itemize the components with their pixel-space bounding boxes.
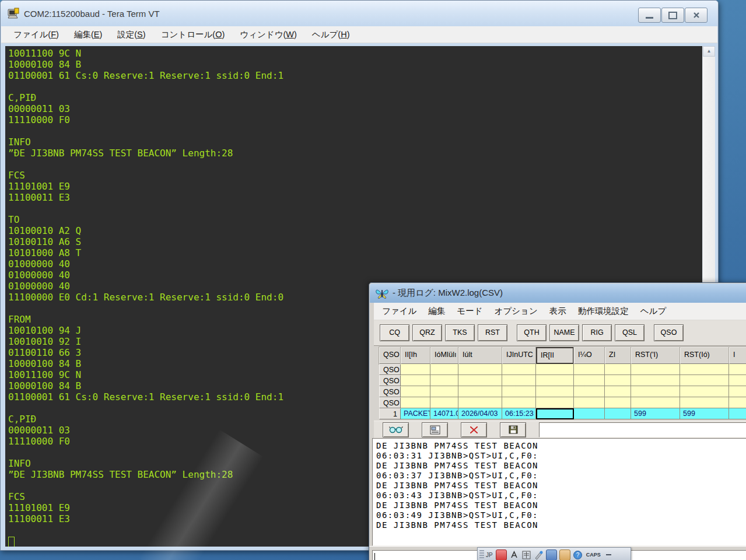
teraterm-app-icon xyxy=(8,8,19,19)
qso-card-button[interactable] xyxy=(422,422,448,438)
column-header[interactable]: I¼O xyxy=(574,347,605,364)
row-header[interactable]: QSO xyxy=(379,397,401,408)
cell-rst-rcvd[interactable]: 599 xyxy=(680,408,729,419)
row-header[interactable]: QSO xyxy=(379,364,401,375)
cell-time-utc[interactable]: 06:15:23 xyxy=(502,408,536,419)
cell-frequency[interactable]: 14071.0 xyxy=(430,408,458,419)
minimize-button[interactable] xyxy=(638,8,661,23)
column-header[interactable]: RST('I) xyxy=(631,347,680,364)
log-empty-row: QSO xyxy=(379,397,746,408)
teraterm-titlebar[interactable]: COM2:115200baud - Tera Term VT xyxy=(1,1,718,26)
ime-pen-tools-icon[interactable] xyxy=(534,550,544,560)
mixw-window-title: - 現用ログ: MixW2.log(CSV) xyxy=(393,288,503,299)
log-table: QSO II[Ih IóMIülı Iúlt IJInUTC IR[II I¼O… xyxy=(379,347,746,419)
rx-text: DE JI3BNB PM74SS TEST BEACON 06:03:31 JI… xyxy=(373,439,746,530)
macro-button-qrz[interactable]: QRZ xyxy=(412,324,442,341)
ime-props-icon[interactable] xyxy=(559,550,570,560)
mixw-menu-help[interactable]: ヘルプ xyxy=(635,303,673,319)
close-button[interactable] xyxy=(685,8,708,23)
close-icon xyxy=(693,12,700,19)
language-bar-minimize-icon[interactable] xyxy=(606,554,611,555)
glasses-icon xyxy=(389,426,403,433)
column-header[interactable]: ZI xyxy=(605,347,631,364)
column-header[interactable]: IJInUTC xyxy=(502,347,536,364)
mixw-menu-file[interactable]: ファイル xyxy=(376,303,422,319)
mixw-macro-toolbar: CQ QRZ TKS RST QTH NAME RIG QSL QSO xyxy=(374,320,746,346)
macro-button-qsl[interactable]: QSL xyxy=(615,324,645,341)
log-empty-row: QSO xyxy=(379,386,746,397)
macro-button-name[interactable]: NAME xyxy=(549,324,579,341)
rx-window[interactable]: DE JI3BNB PM74SS TEST BEACON 06:03:31 JI… xyxy=(372,438,746,546)
menu-control[interactable]: コントロール(O) xyxy=(153,27,233,43)
macro-button-rig[interactable]: RIG xyxy=(582,324,612,341)
terminal-cursor xyxy=(8,537,15,547)
column-header[interactable]: Iúlt xyxy=(458,347,502,364)
mixw-menubar: ファイル 編集 モード オプション 表示 動作環境設定 ヘルプ xyxy=(374,303,746,320)
cell-callsign-selected[interactable] xyxy=(536,408,574,419)
macro-button-cq[interactable]: CQ xyxy=(380,324,409,341)
column-header[interactable]: II[Ih xyxy=(401,347,430,364)
log-current-row: 1 PACKET 14071.0 2026/04/03 06:15:23 599… xyxy=(379,408,746,419)
ime-language-label[interactable]: JP xyxy=(486,552,493,558)
save-record-button[interactable] xyxy=(500,422,526,438)
svg-text:?: ? xyxy=(576,552,579,558)
menu-edit[interactable]: 編集(E) xyxy=(66,27,110,43)
view-log-button[interactable] xyxy=(383,422,409,438)
row-header[interactable]: QSO xyxy=(379,375,401,386)
mixw-butterfly-icon xyxy=(376,288,388,299)
delete-record-button[interactable] xyxy=(461,422,487,438)
tx-caret xyxy=(374,553,375,560)
mixw-menu-options[interactable]: オプション xyxy=(489,303,544,319)
row-header[interactable]: QSO xyxy=(379,386,401,397)
ime-language-bar[interactable]: JP ? CAPS xyxy=(477,547,631,560)
mixw-menu-mode[interactable]: モード xyxy=(451,303,488,319)
teraterm-window-title: COM2:115200baud - Tera Term VT xyxy=(24,9,160,19)
cell-mode[interactable]: PACKET xyxy=(401,408,430,419)
drag-grip-icon[interactable] xyxy=(479,550,484,559)
callsign-search-input[interactable] xyxy=(539,422,746,438)
log-empty-row: QSO xyxy=(379,364,746,375)
minimize-icon xyxy=(646,17,653,19)
ime-dictionary-icon[interactable] xyxy=(546,550,557,560)
column-header[interactable]: RST(Ió) xyxy=(680,347,729,364)
maximize-icon xyxy=(668,12,677,19)
caps-indicator[interactable]: CAPS xyxy=(586,552,601,558)
mixw-menu-view[interactable]: 表示 xyxy=(544,303,572,319)
menu-window[interactable]: ウィンドウ(W) xyxy=(232,27,304,43)
ime-conversion-icon[interactable] xyxy=(521,550,531,560)
log-table-header: QSO II[Ih IóMIülı Iúlt IJInUTC IR[II I¼O… xyxy=(379,347,746,364)
teraterm-menubar: ファイル(F) 編集(E) 設定(S) コントロール(O) ウィンドウ(W) ヘ… xyxy=(1,26,717,43)
help-icon[interactable]: ? xyxy=(573,550,583,560)
cell-rst-sent[interactable]: 599 xyxy=(631,408,680,419)
ime-input-mode-icon[interactable] xyxy=(496,550,507,560)
column-header[interactable]: IóMIülı xyxy=(430,347,458,364)
menu-setup[interactable]: 設定(S) xyxy=(110,27,153,43)
column-header[interactable]: QSO xyxy=(379,347,401,364)
mixw-log-toolbar xyxy=(374,421,746,438)
row-number[interactable]: 1 xyxy=(379,408,401,419)
ime-kana-icon[interactable] xyxy=(509,550,519,560)
mixw-window: - 現用ログ: MixW2.log(CSV) ファイル 編集 モード オプション… xyxy=(369,282,746,560)
macro-button-qso[interactable]: QSO xyxy=(654,324,684,341)
column-header-selected[interactable]: IR[II xyxy=(536,347,574,364)
mixw-menu-edit[interactable]: 編集 xyxy=(422,303,451,319)
desktop: COM2:115200baud - Tera Term VT ファイル(F) 編… xyxy=(0,0,746,560)
scroll-up-button[interactable]: ▲ xyxy=(703,46,715,57)
column-header[interactable]: I xyxy=(729,347,746,364)
mixw-titlebar[interactable]: - 現用ログ: MixW2.log(CSV) xyxy=(370,284,746,303)
mixw-menu-environment[interactable]: 動作環境設定 xyxy=(572,303,635,319)
macro-button-tks[interactable]: TKS xyxy=(445,324,475,341)
cell-date[interactable]: 2026/04/03 xyxy=(458,408,502,419)
menu-help[interactable]: ヘルプ(H) xyxy=(304,27,358,43)
macro-button-rst[interactable]: RST xyxy=(478,324,507,341)
maximize-button[interactable] xyxy=(661,8,684,23)
save-floppy-icon xyxy=(509,425,518,434)
delete-x-icon xyxy=(470,426,478,434)
card-icon xyxy=(430,425,440,435)
log-empty-row: QSO xyxy=(379,375,746,386)
macro-button-qth[interactable]: QTH xyxy=(517,324,547,341)
menu-file[interactable]: ファイル(F) xyxy=(6,27,66,43)
